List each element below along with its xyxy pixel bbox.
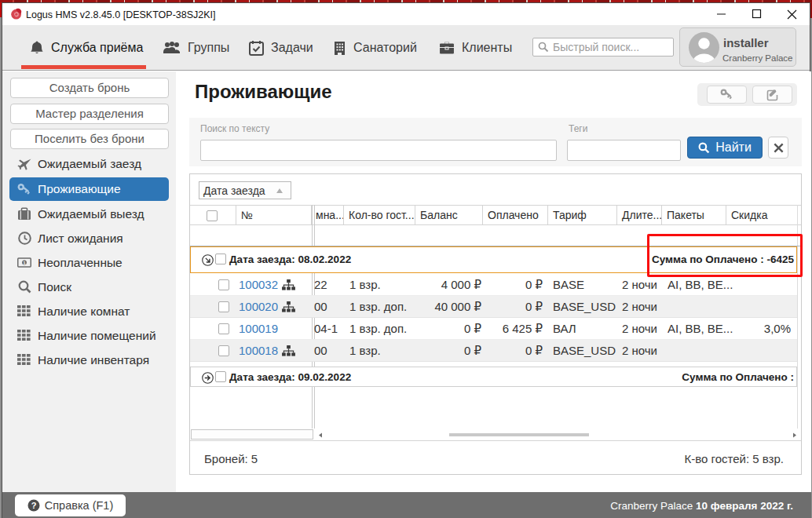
svg-text:1: 1 [23,260,26,265]
svg-text:?: ? [31,501,36,510]
